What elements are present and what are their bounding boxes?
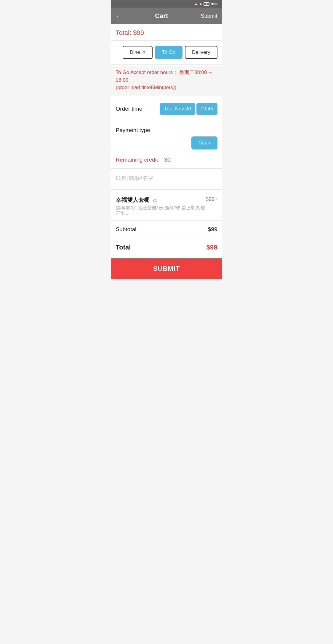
remaining-credit-row: Remaining credit $0: [111, 154, 222, 167]
order-date-button[interactable]: Tue, Nov 20: [160, 103, 195, 115]
total-final-label: Total: [116, 244, 131, 251]
divider-1: [111, 40, 222, 41]
subtotal-label: Subtotal: [116, 226, 137, 233]
subtotal-section: Subtotal $99: [111, 222, 222, 237]
payment-buttons: Cash: [116, 136, 217, 151]
divider-3: [111, 97, 222, 97]
total-label: Total:: [116, 29, 133, 36]
notice-text: To Go Accept order hours： 星期二08:00 ～ 18:…: [116, 69, 217, 91]
pickup-input[interactable]: [116, 173, 217, 184]
payment-type-label: Payment type: [116, 127, 217, 133]
time-display: 9:36: [211, 2, 218, 6]
order-item-price-value: $99: [206, 196, 214, 202]
order-time-section: Order time Tue, Nov 20 09:45: [111, 98, 222, 120]
order-item-name: 幸福雙人套餐: [116, 197, 150, 203]
page-title: Cart: [155, 12, 168, 20]
total-final-section: Total $99: [111, 239, 222, 255]
divider-2: [111, 64, 222, 65]
remaining-credit-label: Remaining credit: [116, 157, 158, 163]
submit-header-button[interactable]: Submit: [201, 13, 217, 19]
battery-icon: ⚡: [204, 2, 209, 6]
submit-button[interactable]: SUBMIT: [111, 258, 222, 279]
submit-section: SUBMIT: [111, 255, 222, 279]
subtotal-value: $99: [208, 226, 217, 233]
wifi-icon: ▲: [194, 2, 198, 6]
divider-4: [111, 121, 222, 121]
payment-section: Payment type Cash: [111, 122, 222, 154]
order-item-row[interactable]: 幸福雙人套餐 x1 (蘿蔔糕2片,起士蛋餅1份,雞柳2條,醬正常,胡椒正常,..…: [111, 191, 222, 219]
signal-icon: ▲: [199, 2, 203, 6]
delivery-button[interactable]: Delivery: [185, 46, 217, 59]
status-bar: ▲ ▲ ⚡ 9:36: [111, 0, 222, 8]
pickup-input-section: [111, 170, 222, 185]
order-time-label: Order time: [116, 106, 143, 112]
status-icons: ▲ ▲ ⚡ 9:36: [194, 2, 219, 6]
order-time-button[interactable]: 09:45: [196, 103, 217, 115]
divider-5: [111, 168, 222, 169]
order-type-section: Dine in To Go Delivery: [111, 42, 222, 63]
divider-8: [111, 238, 222, 238]
order-item-qty: x1: [153, 198, 157, 203]
total-header-row: Total: $99: [111, 24, 222, 39]
remaining-credit-value: $0: [164, 157, 170, 163]
total-final-value: $99: [206, 244, 217, 251]
dine-in-button[interactable]: Dine in: [123, 46, 153, 59]
order-item-info: 幸福雙人套餐 x1 (蘿蔔糕2片,起士蛋餅1份,雞柳2條,醬正常,胡椒正常,..…: [116, 196, 206, 216]
header: ← Cart Submit: [111, 8, 222, 24]
to-go-button[interactable]: To Go: [155, 46, 182, 59]
back-button[interactable]: ←: [116, 12, 122, 20]
order-item-desc: (蘿蔔糕2片,起士蛋餅1份,雞柳2條,醬正常,胡椒正常,...: [116, 205, 206, 216]
order-time-buttons: Tue, Nov 20 09:45: [160, 103, 217, 115]
cash-button[interactable]: Cash: [191, 136, 217, 149]
chevron-right-icon: ›: [216, 197, 217, 202]
order-item-price: $99 ›: [206, 196, 217, 202]
main-content: Total: $99 Dine in To Go Delivery To Go …: [111, 24, 222, 279]
divider-6: [111, 189, 222, 190]
total-value: $99: [133, 29, 144, 36]
notice-section: To Go Accept order hours： 星期二08:00 ～ 18:…: [111, 66, 222, 96]
divider-7: [111, 220, 222, 221]
